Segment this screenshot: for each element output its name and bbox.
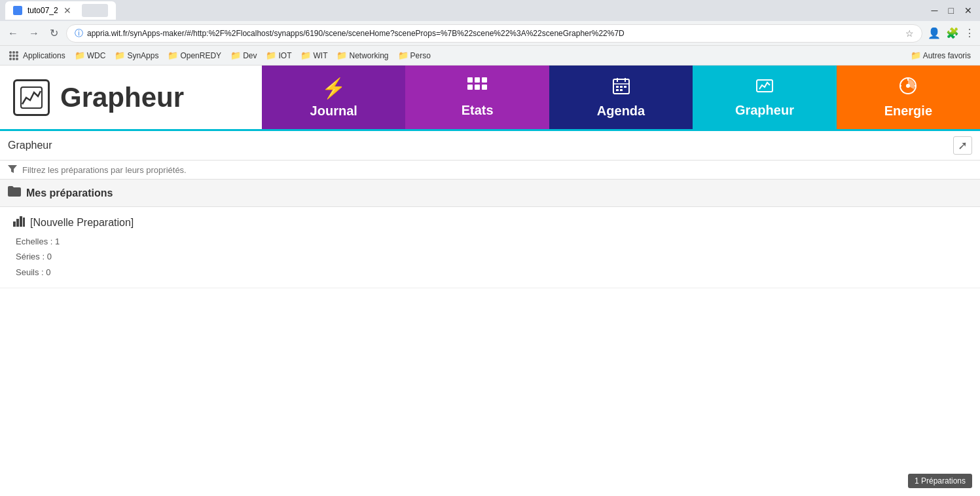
tab-etats[interactable]: Etats — [405, 66, 549, 129]
browser-titlebar: tuto07_2 ✕ ─ □ ✕ — [0, 0, 980, 21]
bookmark-label: Applications — [23, 51, 65, 60]
tab-grapheur[interactable]: Grapheur — [693, 66, 836, 129]
minimize-button[interactable]: ─ — [929, 5, 941, 16]
app-header: Grapheur ⚡ Journal Etats — [0, 66, 980, 131]
tab-title-text: tuto07_2 — [27, 6, 58, 15]
tab-energie[interactable]: Energie — [837, 66, 980, 129]
preparation-item[interactable]: [Nouvelle Preparation] Echelles : 1 Séri… — [0, 207, 980, 288]
svg-rect-5 — [475, 85, 480, 90]
bookmark-autres-favoris[interactable]: 📁 Autres favoris — [907, 49, 975, 62]
new-tab-button[interactable] — [82, 4, 108, 17]
lock-icon: ⓘ — [75, 28, 83, 39]
reload-button[interactable]: ↻ — [47, 26, 61, 41]
journal-icon: ⚡ — [321, 77, 346, 100]
bookmark-iot[interactable]: 📁 IOT — [262, 49, 295, 62]
svg-rect-14 — [616, 89, 619, 91]
filter-icon — [8, 164, 17, 175]
tab-energie-label: Energie — [884, 104, 932, 119]
address-bar[interactable]: ⓘ appria.wit.fr/synApps-maker/#/http:%2F… — [66, 24, 922, 43]
tab-etats-label: Etats — [462, 103, 494, 118]
bookmark-label: WDC — [87, 51, 106, 60]
browser-tab[interactable]: tuto07_2 ✕ — [5, 1, 116, 20]
menu-icon[interactable]: ⋮ — [964, 27, 975, 39]
svg-rect-13 — [624, 86, 626, 88]
bookmark-openredy[interactable]: 📁 OpenREDY — [164, 49, 225, 62]
energie-icon — [899, 77, 917, 100]
nav-tabs: ⚡ Journal Etats — [262, 66, 980, 129]
svg-rect-3 — [482, 77, 487, 83]
prep-title-text: [Nouvelle Preparation] — [30, 217, 134, 229]
bookmark-label: Autres favoris — [923, 51, 971, 60]
bookmark-networking[interactable]: 📁 Networking — [333, 49, 392, 62]
bookmark-label: WIT — [313, 51, 327, 60]
preparations-badge[interactable]: 1 Préparations — [908, 474, 972, 488]
filter-bar — [0, 161, 980, 180]
bookmark-label: SynApps — [127, 51, 158, 60]
folder-icon: 📁 — [398, 50, 408, 60]
svg-rect-25 — [23, 218, 25, 227]
filter-input[interactable] — [22, 165, 972, 175]
svg-rect-11 — [616, 86, 619, 88]
external-link-button[interactable]: ➚ — [953, 136, 972, 155]
bookmark-label: IOT — [278, 51, 291, 60]
prep-seuils: Seuils : 0 — [16, 265, 967, 280]
section-header: Mes préparations — [0, 180, 980, 207]
prep-series: Séries : 0 — [16, 249, 967, 264]
tab-journal[interactable]: ⚡ Journal — [262, 66, 405, 129]
window-controls: ─ □ ✕ — [929, 5, 975, 16]
app-title: Grapheur — [60, 82, 184, 113]
bookmark-label: Perso — [410, 51, 431, 60]
bookmark-label: Dev — [243, 51, 257, 60]
tab-grapheur-label: Grapheur — [735, 103, 794, 118]
tab-agenda-label: Agenda — [597, 104, 645, 119]
grapheur-icon — [755, 77, 774, 99]
bookmark-applications[interactable]: Applications — [5, 50, 69, 62]
svg-rect-1 — [467, 77, 473, 83]
tab-agenda[interactable]: Agenda — [549, 66, 693, 129]
content-area: Mes préparations [Nouvelle Preparation] … — [0, 180, 980, 494]
back-button[interactable]: ← — [5, 26, 21, 41]
svg-rect-12 — [620, 86, 623, 88]
maximize-button[interactable]: □ — [946, 5, 956, 16]
agenda-icon — [612, 77, 630, 100]
close-window-button[interactable]: ✕ — [962, 5, 975, 16]
section-folder-icon — [8, 186, 21, 200]
folder-icon: 📁 — [168, 50, 178, 60]
svg-rect-22 — [13, 221, 16, 227]
page-breadcrumb-bar: Grapheur ➚ — [0, 131, 980, 161]
tab-favicon — [13, 6, 22, 15]
svg-rect-4 — [467, 85, 473, 90]
folder-icon: 📁 — [230, 50, 241, 60]
extensions-icon[interactable]: 🧩 — [946, 27, 959, 39]
svg-point-18 — [906, 84, 910, 88]
svg-rect-23 — [16, 219, 19, 227]
folder-icon: 📁 — [300, 50, 311, 60]
folder-icon: 📁 — [75, 50, 85, 60]
url-text: appria.wit.fr/synApps-maker/#/http:%2F%2… — [87, 29, 625, 38]
svg-rect-6 — [482, 85, 487, 90]
folder-icon: 📁 — [336, 50, 347, 60]
prep-chart-icon — [13, 215, 25, 230]
forward-button[interactable]: → — [26, 26, 42, 41]
bookmark-wdc[interactable]: 📁 WDC — [71, 49, 110, 62]
etats-icon — [467, 77, 487, 99]
folder-icon: 📁 — [266, 50, 276, 60]
bookmark-label: OpenREDY — [180, 51, 221, 60]
bookmark-synapps[interactable]: 📁 SynApps — [111, 49, 162, 62]
tab-journal-label: Journal — [310, 104, 357, 119]
bookmark-star-icon[interactable]: ☆ — [905, 28, 914, 39]
breadcrumb-text: Grapheur — [8, 140, 52, 151]
logo-icon — [13, 79, 50, 116]
folder-icon: 📁 — [115, 50, 125, 60]
prep-title-row: [Nouvelle Preparation] — [13, 215, 967, 230]
tab-close-button[interactable]: ✕ — [64, 5, 71, 16]
bookmarks-bar: Applications 📁 WDC 📁 SynApps 📁 OpenREDY … — [0, 46, 980, 66]
bookmark-dev[interactable]: 📁 Dev — [227, 49, 261, 62]
app-logo-area: Grapheur — [0, 66, 262, 129]
bookmark-perso[interactable]: 📁 Perso — [394, 49, 435, 62]
prep-echelles: Echelles : 1 — [16, 234, 967, 249]
svg-rect-15 — [620, 89, 623, 91]
address-bar-actions: ☆ — [905, 28, 914, 39]
bookmark-wit[interactable]: 📁 WIT — [297, 49, 331, 62]
profile-icon[interactable]: 👤 — [928, 27, 941, 39]
